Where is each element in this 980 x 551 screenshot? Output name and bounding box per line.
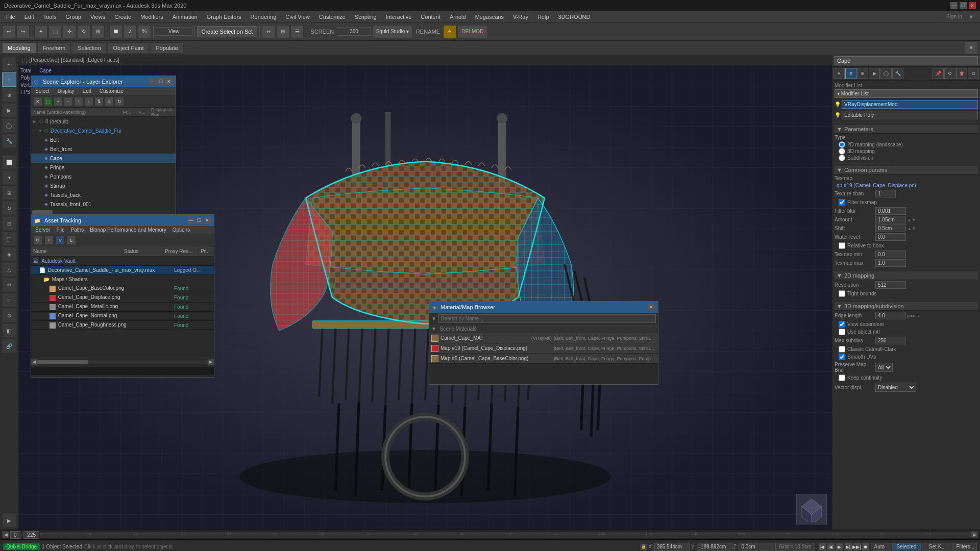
se-scroll-thumb[interactable] xyxy=(32,210,53,214)
menu-help[interactable]: Help xyxy=(533,13,553,21)
tree-item-pompons[interactable]: ◈ Pompons xyxy=(31,172,176,181)
se-menu-edit[interactable]: Edit xyxy=(81,88,93,94)
tool-9-icon[interactable]: ✂ xyxy=(2,278,16,292)
menu-customize[interactable]: Customize xyxy=(315,13,350,21)
hierarchy-panel-icon[interactable]: ⊕ xyxy=(857,68,868,79)
at-row-displace[interactable]: Camel_Cape_Displace.png Found xyxy=(31,293,214,303)
tree-item-tassels-back[interactable]: ◈ Tassels_back xyxy=(31,190,176,199)
se-filter-button[interactable]: ✕ xyxy=(33,97,42,106)
keep-continuity-row[interactable]: Keep continuity xyxy=(835,374,978,382)
menu-content[interactable]: Content xyxy=(416,13,445,21)
tree-item-stirrup[interactable]: ◈ Stirrup xyxy=(31,181,176,190)
menu-graph-editors[interactable]: Graph Editors xyxy=(203,13,246,21)
view-dependent-checkbox[interactable] xyxy=(839,321,845,328)
modifier-vrdisp[interactable]: 💡 VRayDisplacementMod xyxy=(835,99,978,110)
object-name-input[interactable] xyxy=(835,56,978,65)
common-params-header[interactable]: ▼ Common params xyxy=(835,166,978,174)
at-minimize-button[interactable]: — xyxy=(187,217,194,224)
at-menu-file[interactable]: File xyxy=(54,227,66,233)
texmap-min-input[interactable] xyxy=(875,251,906,258)
warning-button[interactable]: ⚠ xyxy=(443,25,456,38)
arrow-right-icon[interactable]: ▶ xyxy=(2,513,16,528)
se-remove-button[interactable]: − xyxy=(64,97,73,106)
undo-button[interactable]: ↩ xyxy=(2,25,15,38)
create-tab-icon[interactable]: + xyxy=(2,57,16,71)
relative-bbox-checkbox[interactable] xyxy=(839,242,845,249)
at-row-file[interactable]: 📄 Decorative_Camel_Saddle_Fur_max_vray.m… xyxy=(31,266,214,275)
params-header[interactable]: ▼ Parameters xyxy=(835,125,978,134)
snap-button[interactable]: 🔲 xyxy=(109,25,122,38)
minimize-button[interactable]: — xyxy=(950,2,958,9)
scene-explorer-tree[interactable]: ▶ ⬡ 0 (default) ▼ ⬡ Decorative_Camel_Sad… xyxy=(31,117,176,209)
classic-catmull-row[interactable]: Classic Catmull-Clark xyxy=(835,345,978,353)
select-region-button[interactable]: ⬚ xyxy=(48,25,62,38)
at-scroll-track[interactable] xyxy=(37,360,208,364)
mb-close-button[interactable]: ✕ xyxy=(648,304,655,311)
playback-prev-button[interactable]: ◀ xyxy=(827,543,835,551)
timeline-total[interactable]: 225 xyxy=(23,531,39,539)
type-2d-option[interactable]: 2D mapping (landscape) xyxy=(835,141,978,148)
menu-3dground[interactable]: 3DGROUND xyxy=(554,13,595,21)
at-row-base-color[interactable]: Camel_Cape_BaseColor.png Found xyxy=(31,284,214,293)
nav-cube[interactable] xyxy=(796,494,827,524)
se-menu-display[interactable]: Display xyxy=(56,88,77,94)
playback-record-button[interactable]: ⏺ xyxy=(862,543,870,551)
display-panel-icon[interactable]: ◯ xyxy=(880,68,892,79)
menu-edit[interactable]: Edit xyxy=(20,13,38,21)
menu-civil-view[interactable]: Civil View xyxy=(281,13,313,21)
create-panel-icon[interactable]: ✦ xyxy=(834,68,845,79)
tab-object-paint[interactable]: Object Paint xyxy=(108,42,150,54)
tool-2-icon[interactable]: ✦ xyxy=(2,170,16,185)
tree-item-cape[interactable]: ◈ Cape xyxy=(31,154,176,163)
create-selection-set-button[interactable]: Create Selection Set xyxy=(197,26,258,37)
tight-bounds-checkbox[interactable] xyxy=(839,290,845,297)
se-minimize-button[interactable]: — xyxy=(149,78,156,85)
z-coord-input[interactable] xyxy=(739,543,774,550)
tree-item-tassels-front-001[interactable]: ◈ Tassels_front_001 xyxy=(31,199,176,209)
menu-tools[interactable]: Tools xyxy=(39,13,61,21)
mat-item-cape-mat[interactable]: Camel_Cape_MAT (VRayMtl) [Belt, Belt_fro… xyxy=(429,333,658,343)
studio-dropdown[interactable]: Squid Studio ▾ xyxy=(372,25,413,38)
texmap-value[interactable]: gp #19 (Camel_Cape_Displace.pc) xyxy=(835,182,978,189)
at-add-button[interactable]: + xyxy=(44,236,54,245)
mapping-3d-header[interactable]: ▼ 3D mapping/subdivision xyxy=(835,302,978,311)
menu-rendering[interactable]: Rendering xyxy=(247,13,281,21)
se-up-button[interactable]: ↑ xyxy=(74,97,83,106)
tab-freeform[interactable]: Freeform xyxy=(37,42,71,54)
use-obj-mtl-row[interactable]: Use object mtl xyxy=(835,328,978,336)
modifier-item-epoly[interactable]: Editable Poly xyxy=(842,111,978,119)
playback-play-button[interactable]: ▶ xyxy=(836,543,844,551)
at-hscrollbar[interactable]: ◀ ▶ xyxy=(31,359,214,365)
menu-modifiers[interactable]: Modifiers xyxy=(136,13,167,21)
at-menu-bitmap-perf[interactable]: Bitmap Performance and Memory xyxy=(88,227,168,233)
filter-blur-input[interactable] xyxy=(875,207,906,215)
angle-snap-button[interactable]: ∠ xyxy=(124,25,137,38)
texmap-max-input[interactable] xyxy=(875,259,906,267)
mirror-button[interactable]: ⇔ xyxy=(262,25,275,38)
angle-field[interactable]: 360 xyxy=(337,27,371,36)
shift-arrow-icon[interactable]: ▲▼ xyxy=(907,226,916,231)
modifier-selector[interactable]: ▾ Modifier List xyxy=(835,89,978,98)
timeline-track[interactable]: 0 10 20 30 40 50 60 70 80 90 100 110 120… xyxy=(40,532,971,538)
at-row-maps[interactable]: 📂 Maps / Shaders xyxy=(31,275,214,284)
menu-animation[interactable]: Animation xyxy=(168,13,202,21)
se-restore-button[interactable]: ☐ xyxy=(157,78,164,85)
se-add-button[interactable]: + xyxy=(54,97,63,106)
resolution-input[interactable] xyxy=(875,281,906,289)
menu-views[interactable]: Views xyxy=(86,13,109,21)
se-filter-active-button[interactable]: ⬚ xyxy=(43,97,53,106)
use-obj-mtl-checkbox[interactable] xyxy=(839,329,845,335)
modify-panel-icon[interactable]: ≡ xyxy=(845,68,856,79)
relative-bbox-row[interactable]: Relative to bbox xyxy=(835,242,978,249)
smooth-uvs-row[interactable]: Smooth UVs xyxy=(835,353,978,361)
texture-chan-input[interactable] xyxy=(875,190,896,197)
move-button[interactable]: ✛ xyxy=(63,25,76,38)
at-vault-button[interactable]: V xyxy=(56,236,65,245)
menu-scripting[interactable]: Scripting xyxy=(351,13,381,21)
coord-lock-button[interactable]: 🔒 xyxy=(640,543,647,550)
at-menu-server[interactable]: Server xyxy=(33,227,52,233)
modifier-item-vray[interactable]: VRayDisplacementMod xyxy=(842,100,978,109)
filter-texmap-checkbox[interactable] xyxy=(839,199,845,206)
smooth-uvs-checkbox[interactable] xyxy=(839,354,845,360)
tab-populate[interactable]: Populate xyxy=(150,42,183,54)
